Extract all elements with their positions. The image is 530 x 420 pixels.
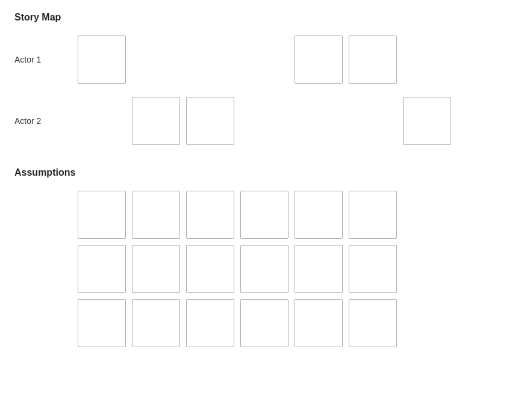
story-map-title: Story Map [14,12,516,23]
card-box[interactable] [349,36,397,84]
actor-2-label: Actor 2 [14,116,75,126]
actor-2-row: Actor 2 [14,94,516,148]
card-box[interactable] [132,97,180,145]
card-slot [346,32,400,87]
assumption-card-slot [129,296,183,350]
card-box[interactable] [403,97,451,145]
card-box[interactable] [186,97,234,145]
assumption-card-slot [75,242,129,296]
assumption-card-slot [346,296,400,350]
assumption-card-slot [183,296,237,350]
assumptions-grid-container [14,188,516,350]
assumption-card-slot [75,188,129,242]
card-box[interactable] [295,36,343,84]
assumption-card-slot [183,242,237,296]
assumption-card-slot [346,242,400,296]
card-slot [292,32,346,87]
assumption-card-slot [292,188,346,242]
card-box[interactable] [78,36,126,84]
card-slot [183,94,237,148]
assumption-card-slot [346,188,400,242]
assumptions-row-2 [14,242,516,296]
assumption-card-slot [237,242,292,296]
card-slot [400,94,454,148]
actor-1-row: Actor 1 [14,32,516,87]
assumptions-section: Assumptions [14,167,516,350]
assumption-card-slot [292,242,346,296]
assumption-card-slot [183,188,237,242]
card-slot [75,32,129,87]
card-slot [129,94,183,148]
assumption-card-slot [292,296,346,350]
assumptions-row-3 [14,296,516,350]
assumption-card-slot [129,242,183,296]
assumptions-title: Assumptions [14,167,516,178]
story-map-section: Story Map Actor 1 [14,12,516,148]
assumption-card-slot [237,296,292,350]
assumption-card-slot [75,296,129,350]
assumption-card-slot [129,188,183,242]
assumptions-row-1 [14,188,516,242]
assumption-card-slot [237,188,292,242]
actor-2-cards [75,94,516,148]
actor-1-label: Actor 1 [14,55,75,64]
actor-1-cards [75,32,516,87]
